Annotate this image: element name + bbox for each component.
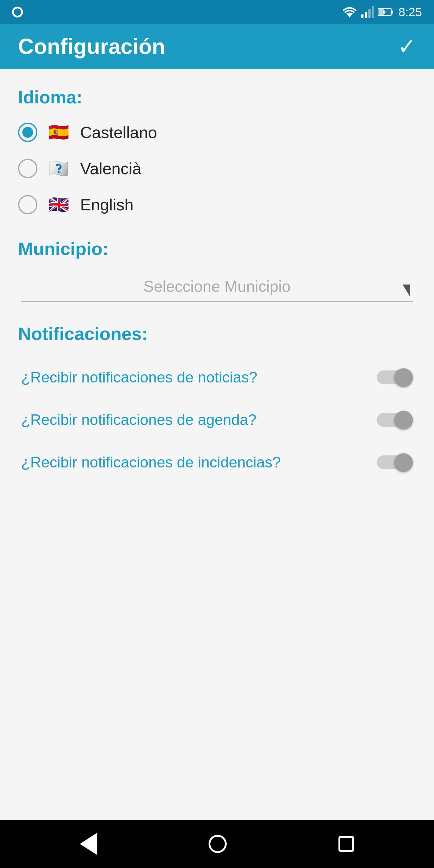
- language-section: Idioma: 🇪🇸 Castellano 🏴󠁥󠁳󠁶󠁣󠁿 Valencià 🇬🇧…: [18, 87, 416, 217]
- language-option-valencia[interactable]: 🏴󠁥󠁳󠁶󠁣󠁿 Valencià: [18, 156, 416, 181]
- radio-valencia[interactable]: [18, 159, 37, 178]
- language-castellano-label: Castellano: [80, 123, 157, 142]
- svg-rect-4: [372, 6, 374, 18]
- status-bar-left: [12, 7, 23, 18]
- municipio-placeholder: Seleccione Municipio: [144, 277, 291, 296]
- flag-spain-icon: 🇪🇸: [48, 124, 69, 141]
- status-icons: [342, 6, 394, 18]
- toggle-agenda[interactable]: [377, 411, 413, 429]
- notification-noticias-label: ¿Recibir notificaciones de noticias?: [21, 369, 257, 386]
- notifications-section-label: Notificaciones:: [18, 323, 416, 344]
- language-valencia-label: Valencià: [80, 159, 141, 178]
- status-bar: 8:25: [0, 0, 434, 24]
- language-option-english[interactable]: 🇬🇧 English: [18, 192, 416, 217]
- recent-square-icon: [338, 836, 354, 852]
- home-circle-icon: [209, 835, 227, 853]
- wifi-icon: [342, 6, 358, 18]
- notification-dot-icon: [12, 7, 23, 18]
- municipio-section-label: Municipio:: [18, 239, 416, 259]
- svg-marker-0: [346, 13, 353, 18]
- page-title: Configuración: [18, 34, 165, 59]
- signal-icon: [361, 6, 374, 18]
- battery-icon: [378, 7, 394, 17]
- nav-back-button[interactable]: [80, 833, 97, 855]
- toggle-noticias[interactable]: [377, 368, 413, 386]
- radio-castellano[interactable]: [18, 123, 37, 142]
- bottom-navigation: [0, 820, 434, 868]
- dropdown-arrow-icon: [403, 284, 410, 297]
- language-option-castellano[interactable]: 🇪🇸 Castellano: [18, 120, 416, 145]
- notification-incidencias-label: ¿Recibir notificaciones de incidencias?: [21, 454, 281, 471]
- flag-uk-icon: 🇬🇧: [48, 196, 69, 213]
- notification-agenda-label: ¿Recibir notificaciones de agenda?: [21, 411, 256, 429]
- language-section-label: Idioma:: [18, 87, 416, 107]
- notification-row-noticias: ¿Recibir notificaciones de noticias?: [18, 356, 416, 399]
- notification-row-agenda: ¿Recibir notificaciones de agenda?: [18, 399, 416, 441]
- content-area: Idioma: 🇪🇸 Castellano 🏴󠁥󠁳󠁶󠁣󠁿 Valencià 🇬🇧…: [0, 69, 434, 820]
- radio-english[interactable]: [18, 195, 37, 214]
- municipio-section: Municipio: Seleccione Municipio: [18, 239, 416, 302]
- toggle-noticias-thumb: [394, 368, 413, 387]
- language-english-label: English: [80, 195, 133, 214]
- svg-rect-7: [379, 9, 384, 15]
- status-time: 8:25: [398, 5, 422, 19]
- toggle-incidencias[interactable]: [377, 453, 413, 471]
- svg-rect-3: [368, 9, 371, 18]
- back-arrow-icon: [80, 833, 97, 855]
- nav-home-button[interactable]: [209, 835, 227, 853]
- svg-rect-2: [365, 12, 367, 18]
- municipio-dropdown[interactable]: Seleccione Municipio: [21, 271, 413, 302]
- notification-row-incidencias: ¿Recibir notificaciones de incidencias?: [18, 441, 416, 484]
- flag-valencia-icon: 🏴󠁥󠁳󠁶󠁣󠁿: [48, 160, 69, 177]
- nav-recent-button[interactable]: [338, 836, 354, 852]
- notifications-section: Notificaciones: ¿Recibir notificaciones …: [18, 323, 416, 484]
- status-bar-right: 8:25: [342, 5, 422, 19]
- toggle-agenda-thumb: [394, 411, 413, 430]
- toggle-incidencias-thumb: [394, 453, 413, 472]
- radio-castellano-inner: [22, 127, 33, 138]
- svg-rect-6: [391, 10, 393, 13]
- svg-rect-1: [361, 14, 364, 18]
- confirm-button[interactable]: ✓: [398, 34, 416, 59]
- app-bar: Configuración ✓: [0, 24, 434, 69]
